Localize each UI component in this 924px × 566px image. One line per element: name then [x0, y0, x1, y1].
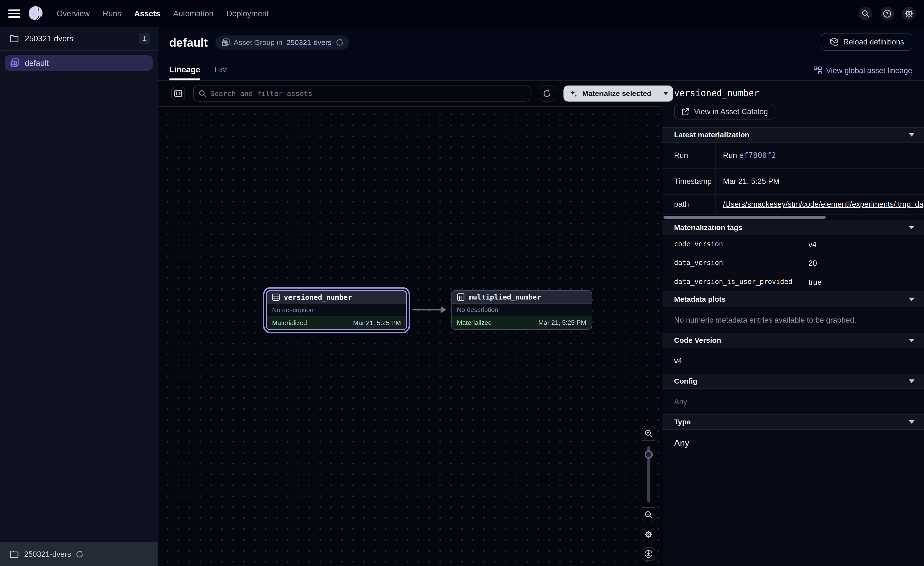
content-area: default Asset Group in 250321-dvers — [158, 27, 924, 566]
lineage-graph-icon — [813, 66, 822, 75]
refresh-icon[interactable] — [336, 39, 344, 47]
section-config[interactable]: Config — [662, 373, 924, 389]
chevron-down-icon — [909, 379, 915, 383]
nav-item-overview[interactable]: Overview — [57, 9, 90, 18]
badge-group-link[interactable]: 250321-dvers — [286, 38, 332, 47]
gear-icon — [904, 9, 914, 18]
nav-item-deployment[interactable]: Deployment — [226, 9, 269, 18]
tag-key: code_version — [662, 235, 800, 254]
lineage-graph-section: Materialize selected versioned_number No… — [158, 81, 662, 566]
asset-group-icon — [10, 58, 20, 68]
asset-groups-sidebar: 250321-dvers 1 default 250321-dvers — [0, 27, 158, 566]
help-icon: ? — [883, 9, 891, 18]
node-status: Materialized — [272, 319, 307, 327]
materialize-selected-split-button: Materialize selected — [564, 86, 673, 102]
tag-key: data_version — [662, 254, 800, 272]
section-code-version[interactable]: Code Version — [662, 333, 924, 348]
panel-asset-title: versioned_number — [674, 88, 912, 98]
refresh-icon[interactable] — [76, 551, 84, 558]
materialize-selected-button[interactable]: Materialize selected — [564, 86, 658, 102]
zoom-control — [642, 426, 655, 522]
menu-icon[interactable] — [8, 9, 20, 18]
settings-button[interactable] — [902, 7, 916, 20]
path-link[interactable]: /Users/smackesey/stm/code/elementl/exper… — [723, 200, 924, 208]
asset-node-versioned-number[interactable]: versioned_number No description Material… — [266, 290, 407, 330]
graph-toolbar: Materialize selected — [158, 81, 662, 107]
edge-arrowhead — [441, 307, 447, 313]
zoom-slider — [642, 440, 655, 508]
tab-lineage[interactable]: Lineage — [169, 65, 200, 80]
table-row: data_version 20 — [662, 254, 924, 273]
asset-group-badge[interactable]: Asset Group in 250321-dvers — [215, 35, 349, 50]
table-grid-icon — [272, 294, 280, 301]
sidebar-group-count-badge: 1 — [139, 33, 150, 45]
table-row: Run Run ef7800f2 — [662, 143, 924, 169]
chevron-down-icon — [909, 420, 915, 424]
sidebar-group-row[interactable]: 250321-dvers 1 — [0, 27, 158, 51]
top-nav: Overview Runs Assets Automation Deployme… — [0, 0, 924, 27]
graph-settings-button[interactable] — [642, 528, 655, 542]
tab-list[interactable]: List — [214, 65, 227, 80]
search-input[interactable] — [193, 86, 530, 102]
code-version-value: v4 — [662, 348, 924, 373]
node-timestamp: Mar 21, 5:25 PM — [538, 319, 586, 327]
metadata-plots-empty-text: No numeric metadata entries available to… — [662, 307, 924, 333]
scrollbar-thumb[interactable] — [663, 216, 826, 218]
reload-definitions-button[interactable]: Reload definitions — [821, 33, 912, 51]
nav-item-runs[interactable]: Runs — [103, 9, 121, 18]
download-icon — [644, 549, 653, 558]
node-description: No description — [267, 304, 406, 316]
node-description: No description — [452, 304, 592, 316]
node-timestamp: Mar 21, 5:25 PM — [353, 319, 401, 327]
reload-cube-icon — [829, 37, 838, 47]
refresh-graph-button[interactable] — [539, 86, 555, 102]
chevron-down-icon — [909, 339, 915, 342]
section-metadata-plots[interactable]: Metadata plots — [662, 292, 924, 307]
sidebar-item-default[interactable]: default — [4, 56, 153, 71]
view-global-lineage-link[interactable]: View global asset lineage — [813, 66, 912, 75]
section-latest-materialization[interactable]: Latest materialization — [662, 127, 924, 143]
dagster-app: Overview Runs Assets Automation Deployme… — [0, 0, 924, 566]
help-button[interactable]: ? — [880, 7, 894, 20]
search-icon — [199, 90, 206, 98]
sidebar-footer: 250321-dvers — [0, 542, 158, 566]
tag-value: v4 — [800, 235, 924, 254]
type-value: Any — [662, 430, 924, 456]
node-title: multiplied_number — [468, 293, 541, 301]
section-materialization-tags[interactable]: Materialization tags — [662, 220, 924, 235]
asset-detail-panel: versioned_number View in Asset Catalog L… — [662, 81, 924, 566]
lineage-canvas[interactable]: versioned_number No description Material… — [158, 107, 662, 566]
tag-value: true — [800, 273, 924, 292]
chevron-down-icon — [909, 133, 915, 137]
nav-item-automation[interactable]: Automation — [173, 9, 214, 18]
reload-definitions-label: Reload definitions — [843, 38, 904, 47]
external-link-icon — [682, 108, 690, 116]
view-global-lineage-label: View global asset lineage — [826, 66, 912, 75]
view-tabs: Lineage List — [169, 65, 228, 80]
folder-icon — [9, 35, 19, 42]
zoom-slider-handle[interactable] — [645, 450, 653, 459]
materialize-dropdown-button[interactable] — [658, 86, 673, 102]
download-image-button[interactable] — [642, 547, 655, 561]
sparkle-icon — [570, 89, 578, 98]
zoom-in-button[interactable] — [642, 426, 655, 440]
section-type[interactable]: Type — [662, 414, 924, 430]
zoom-in-icon — [644, 429, 652, 438]
svg-text:?: ? — [886, 11, 889, 16]
asset-node-multiplied-number[interactable]: multiplied_number No description Materia… — [451, 290, 592, 330]
node-status: Materialized — [457, 319, 492, 327]
page-title: default — [169, 36, 208, 49]
node-title: versioned_number — [284, 293, 352, 301]
search-button[interactable] — [859, 7, 872, 20]
table-row: Timestamp Mar 21, 5:25 PM — [662, 169, 924, 194]
zoom-out-button[interactable] — [642, 508, 655, 522]
chevron-down-icon — [909, 298, 915, 301]
asset-search — [193, 86, 530, 102]
edge-line — [412, 309, 441, 310]
run-id-link[interactable]: ef7800f2 — [739, 151, 776, 160]
chevron-down-icon — [909, 226, 915, 229]
nav-item-assets[interactable]: Assets — [134, 9, 160, 18]
dagster-logo[interactable] — [27, 5, 45, 23]
expand-panel-button[interactable] — [171, 87, 185, 100]
view-in-asset-catalog-button[interactable]: View in Asset Catalog — [674, 104, 776, 120]
